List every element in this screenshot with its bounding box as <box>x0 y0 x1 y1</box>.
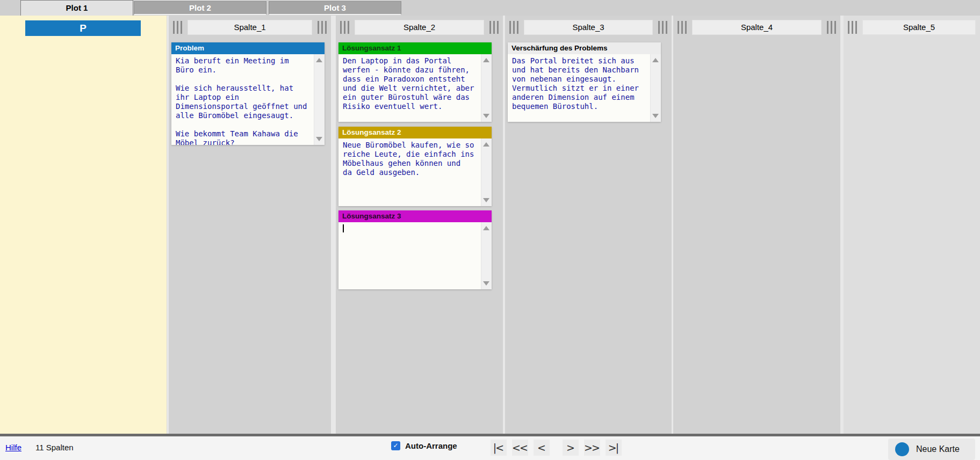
card-text-input[interactable] <box>338 222 481 289</box>
column-count-label: 11 Spalten <box>35 443 74 452</box>
nav-forward-button[interactable]: > <box>563 440 579 456</box>
card-text-input[interactable]: Das Portal breitet sich aus und hat bere… <box>508 54 650 122</box>
auto-arrange-control: Auto-Arrange <box>391 441 457 450</box>
column-title-input[interactable]: Spalte_5 <box>862 20 976 35</box>
card-escalation: Verschärfung des Problems Das Portal bre… <box>508 42 661 122</box>
card-scrollbar[interactable] <box>481 54 492 122</box>
new-card-button[interactable]: Neue Karte <box>888 439 975 460</box>
column-spalte-4: Spalte_4 <box>673 16 840 434</box>
help-link[interactable]: Hilfe <box>5 443 21 452</box>
card-scrollbar[interactable] <box>481 222 492 289</box>
card-body: Das Portal breitet sich aus und hat bere… <box>508 54 661 122</box>
nav-first-button[interactable]: |< <box>491 440 507 456</box>
tab-bar: Plot 1 Plot 2 Plot 3 <box>0 0 980 16</box>
card-navigation: |< << < > >> >| <box>491 440 622 456</box>
column-title-input[interactable]: Spalte_4 <box>692 20 822 35</box>
column-grip-icon[interactable] <box>848 21 857 34</box>
column-spalte-5: Spalte_5 <box>844 16 980 434</box>
scroll-up-icon[interactable] <box>652 58 659 62</box>
board-area: P Spalte_1 Spalte_2 Spalte_3 <box>0 16 980 434</box>
column-header: Spalte_1 <box>169 16 331 35</box>
column-grip-icon[interactable] <box>173 21 182 34</box>
column-grip-icon[interactable] <box>340 21 349 34</box>
scroll-down-icon[interactable] <box>652 114 659 118</box>
p-button[interactable]: P <box>25 20 141 36</box>
app-window: Plot 1 Plot 2 Plot 3 P Spalte_1 Spalte_2 <box>0 0 980 460</box>
side-panel: P <box>0 16 167 434</box>
column-header: Spalte_3 <box>505 16 672 35</box>
card-solution-3: Lösungsansatz 3 <box>338 210 492 289</box>
nav-fast-back-button[interactable]: << <box>512 440 528 456</box>
column-title-input[interactable]: Spalte_2 <box>355 20 484 35</box>
card-body: Neue Büromöbel kaufen, wie so reiche Leu… <box>338 138 492 206</box>
card-text-input[interactable]: Kia beruft ein Meeting im Büro ein. Wie … <box>171 54 314 145</box>
card-body: Kia beruft ein Meeting im Büro ein. Wie … <box>171 54 325 145</box>
column-grip-icon[interactable] <box>489 21 499 34</box>
tab-plot-2[interactable]: Plot 2 <box>134 1 266 15</box>
column-title-input[interactable]: Spalte_1 <box>188 20 312 35</box>
card-body: Den Laptop in das Portal werfen - könnte… <box>338 54 492 122</box>
column-title-input[interactable]: Spalte_3 <box>524 20 653 35</box>
column-header: Spalte_5 <box>844 16 980 35</box>
column-grip-icon[interactable] <box>658 21 667 34</box>
card-scrollbar[interactable] <box>314 54 325 145</box>
scroll-up-icon[interactable] <box>483 226 489 230</box>
nav-fast-forward-button[interactable]: >> <box>584 440 600 456</box>
new-card-icon <box>895 442 909 456</box>
card-text-input[interactable]: Neue Büromöbel kaufen, wie so reiche Leu… <box>338 138 481 206</box>
nav-back-button[interactable]: < <box>534 440 550 456</box>
status-bar: Hilfe 11 Spalten Auto-Arrange |< << < > … <box>0 434 980 460</box>
tab-plot-3[interactable]: Plot 3 <box>269 1 401 15</box>
column-grip-icon[interactable] <box>827 21 836 34</box>
scroll-up-icon[interactable] <box>316 58 322 62</box>
column-grip-icon[interactable] <box>318 21 327 34</box>
nav-last-button[interactable]: >| <box>606 440 622 456</box>
card-scrollbar[interactable] <box>650 54 661 122</box>
card-solution-1: Lösungsansatz 1 Den Laptop in das Portal… <box>338 42 492 122</box>
text-caret <box>343 224 344 232</box>
column-header: Spalte_2 <box>336 16 503 35</box>
scroll-up-icon[interactable] <box>483 142 489 147</box>
new-card-label: Neue Karte <box>916 444 960 454</box>
column-header: Spalte_4 <box>673 16 840 35</box>
card-solution-2: Lösungsansatz 2 Neue Büromöbel kaufen, w… <box>338 127 492 206</box>
card-title[interactable]: Verschärfung des Problems <box>508 42 661 54</box>
column-grip-icon[interactable] <box>678 21 687 34</box>
scroll-down-icon[interactable] <box>483 281 489 286</box>
card-title[interactable]: Lösungsansatz 1 <box>338 42 492 54</box>
card-title[interactable]: Lösungsansatz 3 <box>338 210 492 222</box>
scroll-down-icon[interactable] <box>483 114 489 118</box>
card-body <box>338 222 492 289</box>
card-scrollbar[interactable] <box>481 138 492 206</box>
scroll-down-icon[interactable] <box>316 137 322 141</box>
scroll-down-icon[interactable] <box>483 198 489 202</box>
card-text-input[interactable]: Den Laptop in das Portal werfen - könnte… <box>338 54 481 122</box>
card-problem: Problem Kia beruft ein Meeting im Büro e… <box>171 42 325 145</box>
column-grip-icon[interactable] <box>509 21 518 34</box>
auto-arrange-checkbox[interactable] <box>391 441 400 450</box>
card-title[interactable]: Problem <box>171 42 325 54</box>
auto-arrange-label: Auto-Arrange <box>405 441 457 450</box>
card-title[interactable]: Lösungsansatz 2 <box>338 127 492 138</box>
tab-plot-1[interactable]: Plot 1 <box>20 0 133 16</box>
scroll-up-icon[interactable] <box>483 58 489 62</box>
